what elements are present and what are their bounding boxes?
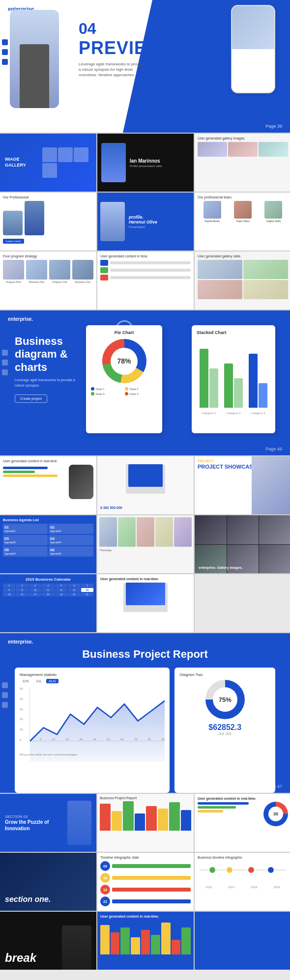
cal-day-16: 16 — [16, 592, 28, 596]
mini-slide-watch: User generated content in real-time. — [0, 456, 96, 514]
strat-name-4: Business One — [72, 280, 93, 283]
mini-slide-image-gallery: IMAGE GALLERY — [0, 134, 96, 192]
strategy-row: Program Plan Business One Program One Bu… — [3, 260, 93, 283]
profile-text: profile.Herenui Olive Presentation — [129, 215, 157, 228]
agenda-num-1: 01 — [4, 525, 46, 530]
ugc-img-1 — [198, 142, 227, 157]
strat-img-3 — [49, 260, 70, 280]
prof-btn[interactable]: Learn more — [3, 239, 24, 244]
team-row: Sophie Moore Tupac Oliver Angela Smith — [198, 201, 288, 223]
mini-slide-rt2: User generated content in real-time. — [97, 574, 194, 632]
agenda-num-3: 03 — [4, 536, 46, 541]
mini-slide-rt3: User generated content in real-time. 35 — [195, 794, 290, 852]
legend-label-3: Data 3 — [96, 392, 105, 395]
cal-day-5: 5 — [55, 584, 67, 588]
slide-project-report: enterprise. Business Project Report Mana… — [0, 633, 290, 793]
agenda-num-5: 05 — [4, 548, 46, 552]
biz-left-text: Business diagram & charts Leverage agile… — [15, 335, 84, 403]
cal-day-20: 20 — [68, 592, 80, 596]
mini-slide-people: Thursday — [97, 515, 194, 573]
report-social-1 — [2, 682, 8, 688]
mini-slide-empty — [195, 574, 290, 632]
preview-title: PREVIEW — [79, 38, 164, 58]
strat-img-1 — [3, 260, 24, 280]
tl-dot-2 — [226, 866, 233, 874]
biz-tl-label: Business timeline infographic — [198, 856, 288, 859]
people-grid — [99, 517, 192, 547]
mini-slide-calendar: 2019 Business Calendar 1 2 3 4 5 6 7 8 9… — [0, 574, 96, 632]
agenda-num-2: 02 — [50, 525, 92, 530]
team-name-1: Sophie Moore — [204, 220, 220, 223]
tl-dot-3 — [247, 866, 255, 874]
y-50: 50 — [20, 687, 23, 690]
year-2017: 2017 — [228, 886, 234, 889]
cal-day-17: 17 — [29, 592, 41, 596]
ugct-list-item-2 — [100, 267, 191, 273]
cal-day-8: 8 — [3, 588, 15, 592]
ugc-img-3 — [259, 142, 288, 157]
agenda-name-2: Agenda#2 — [50, 530, 92, 532]
mini-slide-section-one: section one. — [0, 853, 96, 911]
sec02-figure — [67, 801, 91, 845]
mini-slide-team: Our professional team. Sophie Moore Tupa… — [195, 193, 290, 251]
team-photo-3 — [264, 201, 282, 219]
ugct-list-item-1 — [100, 260, 191, 266]
team-member-2: Tupac Oliver — [228, 201, 257, 223]
watch-image — [69, 465, 93, 499]
month-aug[interactable]: AUG — [46, 679, 58, 683]
mini-slide-business-timeline: Business timeline infographic 2016 2017 … — [195, 853, 290, 911]
mini-slide-profile: profile.Herenui Olive Presentation — [97, 193, 194, 251]
y-20: 20 — [20, 718, 23, 721]
tl-row-4: 22 — [100, 896, 191, 906]
report-social-icons — [2, 682, 8, 708]
rt-bar-1 — [3, 467, 48, 469]
legend-label-2: Data 2 — [130, 388, 139, 391]
phone-right-inner — [232, 6, 274, 49]
agenda-name-5: Agenda#5 — [4, 552, 46, 555]
strat-name-3: Program One — [49, 280, 70, 283]
x-20: 20 — [65, 738, 69, 741]
month-jun[interactable]: JUN — [20, 679, 31, 683]
ub-bar-3 — [120, 927, 130, 954]
agenda-name-4: Agenda#4 — [50, 541, 92, 544]
month-jul[interactable]: JUL — [33, 679, 44, 683]
bar-group-2 — [224, 364, 243, 408]
x-labels: 0 10 20 30 40 50 60 70 80 90 — [40, 738, 165, 741]
cal-day-15: 15 — [3, 592, 15, 596]
sec02-label: Section 02 — [5, 814, 67, 819]
team-member-3: Angela Smith — [259, 201, 288, 223]
cal-day-14: 14 — [81, 588, 93, 592]
laptop-price: $ 362 500.000 — [100, 506, 122, 509]
tl-bar-3 — [112, 888, 191, 892]
pie-chart-card: Pie Chart 78% Data 1 Data 2 Data 3 Data … — [86, 325, 162, 433]
slide-preview: enterprise. 04 PREVIEW Leverage agile fr… — [0, 0, 290, 133]
tl-row-1: 09 — [100, 861, 191, 871]
rt3-bars — [198, 802, 261, 812]
cal-day-12: 12 — [55, 588, 67, 592]
report-page-number: Page 47 — [265, 784, 282, 789]
ugct-icon-1 — [100, 260, 108, 266]
legend-dot-3 — [91, 392, 94, 395]
line-chart-area: 50 40 30 20 10 0 — [20, 687, 165, 751]
x-0: 0 — [40, 738, 41, 741]
rt2-label: User generated content in real-time. — [100, 577, 191, 581]
agenda-num-4: 04 — [50, 536, 92, 541]
preview-social-icons — [2, 39, 8, 65]
profile-name: profile.Herenui Olive — [129, 215, 157, 224]
gallery-img-1 — [42, 147, 57, 162]
ub-bar-7 — [161, 923, 171, 954]
cal-day-3: 3 — [29, 584, 41, 588]
profile-picture — [100, 202, 125, 241]
ugcs-img-3 — [198, 280, 242, 299]
legend-dot-4 — [125, 392, 128, 395]
stacked-bars — [197, 339, 270, 408]
ian-figure — [101, 143, 126, 182]
cal-day-7: 7 — [81, 584, 93, 588]
biz-create-btn[interactable]: Create project — [15, 394, 47, 403]
rt3-bar-3 — [198, 810, 223, 812]
gallery-dark-grid — [195, 515, 290, 573]
gal-cell-2 — [227, 515, 259, 544]
rt3-bar-1 — [198, 802, 249, 805]
year-2019: 2019 — [273, 886, 280, 889]
rt3-donut-value: 35 — [268, 807, 283, 821]
